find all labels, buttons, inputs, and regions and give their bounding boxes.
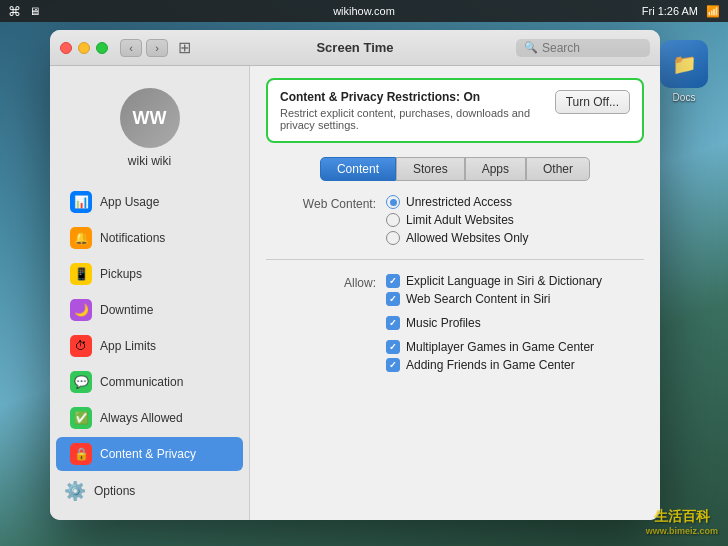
screen-time-window: ‹ › ⊞ Screen Time 🔍 WW wiki wiki: [50, 30, 660, 520]
checkbox-adding-friends-label: Adding Friends in Game Center: [406, 358, 575, 372]
apple-menu[interactable]: ⌘: [8, 4, 21, 19]
app-usage-icon: 📊: [70, 191, 92, 213]
checkbox-multiplayer-label: Multiplayer Games in Game Center: [406, 340, 594, 354]
menubar-title: wikihow.com: [333, 5, 395, 17]
titlebar-nav: ‹ ›: [120, 39, 168, 57]
checkbox-explicit-siri-label: Explicit Language in Siri & Dictionary: [406, 274, 602, 288]
allow-label: Allow:: [266, 274, 376, 290]
sidebar-label-downtime: Downtime: [100, 303, 153, 317]
watermark-text: 生活百科: [646, 508, 718, 526]
avatar: WW: [120, 88, 180, 148]
options-section[interactable]: ⚙️ Options: [50, 472, 249, 510]
window-title: Screen Time: [316, 40, 393, 55]
back-button[interactable]: ‹: [120, 39, 142, 57]
user-section: WW wiki wiki: [50, 78, 249, 184]
radio-allowed-only-dot: [386, 231, 400, 245]
pickups-icon: 📱: [70, 263, 92, 285]
desktop: ⌘ 🖥 wikihow.com Fri 1:26 AM 📶 📁 Docs ‹: [0, 0, 728, 546]
sidebar-item-content-privacy[interactable]: 🔒 Content & Privacy: [56, 437, 243, 471]
maximize-button[interactable]: [96, 42, 108, 54]
search-box[interactable]: 🔍: [516, 39, 650, 57]
minimize-button[interactable]: [78, 42, 90, 54]
checkbox-web-search-siri-box: [386, 292, 400, 306]
sidebar-item-always-allowed[interactable]: ✅ Always Allowed: [56, 401, 243, 435]
titlebar-icons: ⊞: [178, 38, 191, 57]
radio-allowed-only[interactable]: Allowed Websites Only: [386, 231, 644, 245]
tabs-bar: Content Stores Apps Other: [266, 157, 644, 181]
music-option: Music Profiles: [386, 316, 644, 330]
games-row: Multiplayer Games in Game Center Adding …: [266, 340, 644, 372]
sidebar-item-pickups[interactable]: 📱 Pickups: [56, 257, 243, 291]
banner-text: Content & Privacy Restrictions: On Restr…: [280, 90, 545, 131]
tab-stores[interactable]: Stores: [396, 157, 465, 181]
sidebar-item-app-limits[interactable]: ⏱ App Limits: [56, 329, 243, 363]
allow-options: Explicit Language in Siri & Dictionary W…: [386, 274, 644, 306]
sidebar-item-communication[interactable]: 💬 Communication: [56, 365, 243, 399]
sidebar-item-app-usage[interactable]: 📊 App Usage: [56, 185, 243, 219]
watermark: 生活百科 www.bimeiz.com: [646, 508, 718, 536]
avatar-initials: WW: [133, 108, 167, 129]
sidebar: WW wiki wiki 📊 App Usage 🔔 Notifications: [50, 66, 250, 520]
radio-unrestricted-dot: [386, 195, 400, 209]
sidebar-label-app-limits: App Limits: [100, 339, 156, 353]
banner-title: Content & Privacy Restrictions: On: [280, 90, 545, 104]
sidebar-label-app-usage: App Usage: [100, 195, 159, 209]
radio-limit-adult-dot: [386, 213, 400, 227]
tab-content[interactable]: Content: [320, 157, 396, 181]
tab-apps[interactable]: Apps: [465, 157, 526, 181]
sidebar-item-notifications[interactable]: 🔔 Notifications: [56, 221, 243, 255]
watermark-url: www.bimeiz.com: [646, 526, 718, 536]
web-content-label: Web Content:: [266, 195, 376, 211]
search-input[interactable]: [542, 41, 642, 55]
content-section: Web Content: Unrestricted Access Limit A…: [266, 195, 644, 372]
sidebar-label-communication: Communication: [100, 375, 183, 389]
menubar-right: Fri 1:26 AM 📶: [642, 5, 720, 18]
docs-folder-icon: 📁: [660, 40, 708, 88]
checkbox-multiplayer[interactable]: Multiplayer Games in Game Center: [386, 340, 644, 354]
checkbox-multiplayer-box: [386, 340, 400, 354]
radio-limit-adult[interactable]: Limit Adult Websites: [386, 213, 644, 227]
sidebar-label-always-allowed: Always Allowed: [100, 411, 183, 425]
desktop-docs-icon[interactable]: 📁 Docs: [660, 40, 708, 103]
turn-off-button[interactable]: Turn Off...: [555, 90, 630, 114]
monitor-icon: 🖥: [29, 5, 40, 17]
radio-allowed-only-label: Allowed Websites Only: [406, 231, 529, 245]
window-controls: [60, 42, 108, 54]
games-row-spacer: [266, 340, 376, 342]
checkbox-explicit-siri[interactable]: Explicit Language in Siri & Dictionary: [386, 274, 644, 288]
web-content-options: Unrestricted Access Limit Adult Websites…: [386, 195, 644, 245]
main-content: Content & Privacy Restrictions: On Restr…: [250, 66, 660, 520]
web-content-row: Web Content: Unrestricted Access Limit A…: [266, 195, 644, 245]
folder-icon: 📁: [672, 52, 697, 76]
forward-button[interactable]: ›: [146, 39, 168, 57]
close-button[interactable]: [60, 42, 72, 54]
sidebar-item-downtime[interactable]: 🌙 Downtime: [56, 293, 243, 327]
options-label: Options: [94, 484, 135, 498]
wifi-icon: 📶: [706, 5, 720, 18]
checkbox-music-profiles-label: Music Profiles: [406, 316, 481, 330]
sidebar-label-pickups: Pickups: [100, 267, 142, 281]
sidebar-label-notifications: Notifications: [100, 231, 165, 245]
tab-other[interactable]: Other: [526, 157, 590, 181]
docs-label: Docs: [673, 92, 696, 103]
music-row-spacer: [266, 316, 376, 318]
username: wiki wiki: [128, 154, 171, 168]
checkbox-music-profiles[interactable]: Music Profiles: [386, 316, 644, 330]
app-limits-icon: ⏱: [70, 335, 92, 357]
time-display: Fri 1:26 AM: [642, 5, 698, 17]
restriction-banner: Content & Privacy Restrictions: On Restr…: [266, 78, 644, 143]
checkbox-web-search-siri-label: Web Search Content in Siri: [406, 292, 551, 306]
radio-unrestricted[interactable]: Unrestricted Access: [386, 195, 644, 209]
search-icon: 🔍: [524, 41, 538, 54]
window-body: WW wiki wiki 📊 App Usage 🔔 Notifications: [50, 66, 660, 520]
checkbox-adding-friends[interactable]: Adding Friends in Game Center: [386, 358, 644, 372]
divider-1: [266, 259, 644, 260]
checkbox-adding-friends-box: [386, 358, 400, 372]
titlebar: ‹ › ⊞ Screen Time 🔍: [50, 30, 660, 66]
brand-label: wikihow.com: [333, 5, 395, 17]
checkbox-music-profiles-box: [386, 316, 400, 330]
checkbox-web-search-siri[interactable]: Web Search Content in Siri: [386, 292, 644, 306]
sidebar-label-content-privacy: Content & Privacy: [100, 447, 196, 461]
radio-limit-adult-label: Limit Adult Websites: [406, 213, 514, 227]
grid-icon[interactable]: ⊞: [178, 38, 191, 57]
